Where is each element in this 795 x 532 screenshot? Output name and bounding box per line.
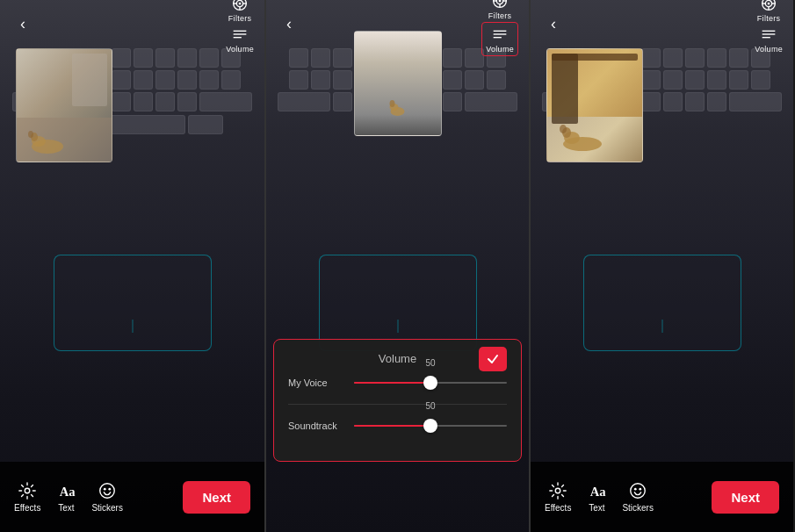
key [729,70,748,90]
volume-tool-3[interactable]: Volume [755,25,783,54]
toolbar-tools-3: Effects Aa Text Stickers [545,481,654,513]
soundtrack-row: Soundtrack 50 [288,417,507,435]
volume-tool-2[interactable]: Volume [481,22,518,56]
svg-point-50 [640,488,642,491]
key [333,70,352,90]
svg-point-16 [100,484,115,499]
key [707,92,726,111]
stickers-label-3: Stickers [622,503,654,513]
effects-tool-1[interactable]: Effects [14,481,40,513]
stickers-icon-3 [628,481,647,500]
filters-label-3: Filters [757,14,781,23]
panel-1: ‹ Filters Vo [0,0,264,532]
slider-thumb[interactable] [423,376,437,390]
key [707,48,726,68]
key [199,92,252,111]
key [443,48,462,68]
effects-label-1: Effects [14,503,40,513]
key [333,92,352,111]
slider-thumb-2[interactable] [423,419,437,433]
next-button-1[interactable]: Next [183,481,250,514]
key [641,48,661,68]
key [685,70,705,90]
slider-fill-2 [354,425,430,427]
text-tool-3[interactable]: Aa Text [587,481,606,513]
dog-svg-2 [387,96,408,118]
bottom-toolbar-1: Effects Aa Text Stickers Next [0,462,264,532]
key [112,70,131,90]
svg-point-46 [555,488,560,493]
back-button-3[interactable]: ‹ [541,11,566,36]
filters-label-2: Filters [488,11,512,20]
key [134,70,153,90]
back-button-1[interactable]: ‹ [11,11,35,36]
key [685,92,705,111]
thumb-stairs [72,54,107,106]
effects-icon-1 [18,481,37,500]
key [112,92,131,111]
volume-label-3: Volume [755,45,783,54]
volume-icon-1 [230,25,249,44]
trackpad-line [132,320,133,333]
railing-bar [552,54,638,61]
filters-tool-2[interactable]: Filters [488,0,512,20]
filters-tool-1[interactable]: Filters [228,0,252,23]
svg-point-18 [109,488,112,491]
key [685,48,705,68]
next-button-3[interactable]: Next [712,481,779,514]
svg-point-48 [631,484,646,499]
filters-tool-3[interactable]: Filters [757,0,781,23]
volume-label-2: Volume [486,45,514,54]
filters-label-1: Filters [228,14,252,23]
top-tools-2: Filters Volume [481,0,518,56]
key [663,48,683,68]
volume-tool-1[interactable]: Volume [226,25,254,54]
key [663,70,683,90]
key [134,92,153,111]
effects-tool-3[interactable]: Effects [545,481,571,513]
key [289,48,308,68]
key [751,70,770,90]
svg-point-35 [560,125,567,133]
check-icon [487,353,499,365]
key [487,70,506,90]
key [221,70,241,90]
filters-icon-2 [490,0,510,11]
my-voice-slider[interactable]: 50 [354,374,507,392]
svg-point-38 [768,3,770,5]
key [199,48,219,68]
stickers-label-1: Stickers [91,503,123,513]
text-tool-1[interactable]: Aa Text [56,481,76,513]
panel-2: ‹ Filters Vo [264,0,529,532]
my-voice-value: 50 [425,358,435,368]
video-thumbnail-3 [546,48,643,162]
dog-figure-3 [556,122,609,153]
key [663,92,683,111]
back-button-2[interactable]: ‹ [277,11,301,36]
stickers-tool-1[interactable]: Stickers [91,481,123,513]
top-tools-3: Filters Volume [755,0,783,54]
trackpad-visual-3 [583,255,741,351]
svg-point-17 [104,488,106,491]
key [729,92,782,111]
slider-fill [354,382,430,384]
soundtrack-slider[interactable]: 50 [354,417,507,435]
stickers-icon-1 [98,481,117,500]
top-bar-3: ‹ Filters Vo [531,0,793,44]
key [333,48,352,68]
svg-text:Aa: Aa [590,485,606,499]
key [177,48,197,68]
volume-confirm-button[interactable] [479,347,507,371]
text-icon-1: Aa [56,481,76,500]
trackpad-visual-2 [319,255,477,351]
stickers-tool-3[interactable]: Stickers [622,481,654,513]
svg-point-14 [25,488,30,493]
filters-icon-3 [759,0,778,13]
volume-icon-3 [759,25,778,44]
top-bar-2: ‹ Filters Vo [266,0,529,44]
key [155,70,175,90]
key [443,92,462,111]
my-voice-label: My Voice [288,377,345,388]
dog-figure-1 [25,122,69,157]
trackpad-line-3 [661,320,662,333]
